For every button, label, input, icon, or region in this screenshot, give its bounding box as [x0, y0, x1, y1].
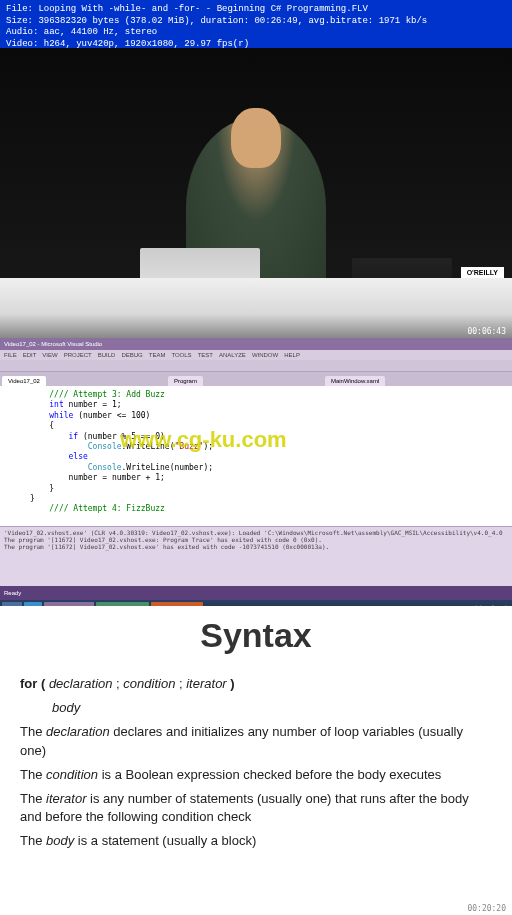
- tab-mainwindow[interactable]: MainWindow.xaml: [325, 376, 385, 386]
- media-info-panel: File: Looping With -while- and -for- - B…: [0, 0, 512, 48]
- vs-menubar[interactable]: FILE EDIT VIEW PROJECT BUILD DEBUG TEAM …: [0, 350, 512, 360]
- output-line: 'Video17_02.vshost.exe' (CLR v4.0.30319:…: [4, 529, 508, 536]
- presenter-video: O'REILLY 00:06:43: [0, 48, 512, 338]
- vs-title: Video17_02 - Microsoft Visual Studio: [4, 341, 102, 347]
- tab-video17[interactable]: Video17_02: [2, 376, 46, 386]
- menu-debug[interactable]: DEBUG: [121, 352, 142, 358]
- code-comment: //// Attempt 3: Add Buzz: [30, 390, 165, 399]
- size-line: Size: 396382320 bytes (378.02 MiB), dura…: [6, 16, 506, 28]
- visual-studio-screenshot: Video17_02 - Microsoft Visual Studio FIL…: [0, 338, 512, 606]
- syntax-slide: Syntax for ( declaration ; condition ; i…: [0, 606, 512, 915]
- timecode-video: 00:06:43: [467, 327, 506, 336]
- slide-para-declaration: The declaration declares and initializes…: [20, 723, 492, 759]
- menu-window[interactable]: WINDOW: [252, 352, 278, 358]
- output-line: The program '[11672] Video17_02.vshost.e…: [4, 543, 508, 550]
- slide-title: Syntax: [20, 616, 492, 655]
- vs-tabs: Video17_02 Program MainWindow.xaml: [0, 372, 512, 386]
- menu-project[interactable]: PROJECT: [64, 352, 92, 358]
- slide-content: for ( declaration ; condition ; iterator…: [20, 675, 492, 851]
- menu-test[interactable]: TEST: [198, 352, 213, 358]
- output-panel[interactable]: 'Video17_02.vshost.exe' (CLR v4.0.30319:…: [0, 526, 512, 586]
- vs-titlebar: Video17_02 - Microsoft Visual Studio: [0, 338, 512, 350]
- oreilly-badge: O'REILLY: [461, 267, 504, 278]
- menu-tools[interactable]: TOOLS: [171, 352, 191, 358]
- video-backdrop: [0, 48, 512, 338]
- presenter-head: [231, 108, 281, 168]
- menu-view[interactable]: VIEW: [42, 352, 57, 358]
- file-line: File: Looping With -while- and -for- - B…: [6, 4, 506, 16]
- status-ready: Ready: [4, 590, 21, 596]
- slide-para-iterator: The iterator is any number of statements…: [20, 790, 492, 826]
- menu-team[interactable]: TEAM: [149, 352, 166, 358]
- slide-para-condition: The condition is a Boolean expression ch…: [20, 766, 492, 784]
- menu-analyze[interactable]: ANALYZE: [219, 352, 246, 358]
- menu-help[interactable]: HELP: [284, 352, 300, 358]
- presenter-area: [0, 118, 512, 338]
- menu-edit[interactable]: EDIT: [23, 352, 37, 358]
- vs-toolbar[interactable]: [0, 360, 512, 372]
- menu-file[interactable]: FILE: [4, 352, 17, 358]
- timecode-slide: 00:20:20: [467, 904, 506, 913]
- audio-line: Audio: aac, 44100 Hz, stereo: [6, 27, 506, 39]
- slide-para-body: The body is a statement (usually a block…: [20, 832, 492, 850]
- desk: [0, 278, 512, 338]
- code-editor[interactable]: www.cg-ku.com //// Attempt 3: Add Buzz i…: [0, 386, 512, 526]
- menu-build[interactable]: BUILD: [98, 352, 116, 358]
- tab-program[interactable]: Program: [168, 376, 203, 386]
- vs-statusbar: Ready: [0, 586, 512, 600]
- output-line: The program '[11672] Video17_02.vshost.e…: [4, 536, 508, 543]
